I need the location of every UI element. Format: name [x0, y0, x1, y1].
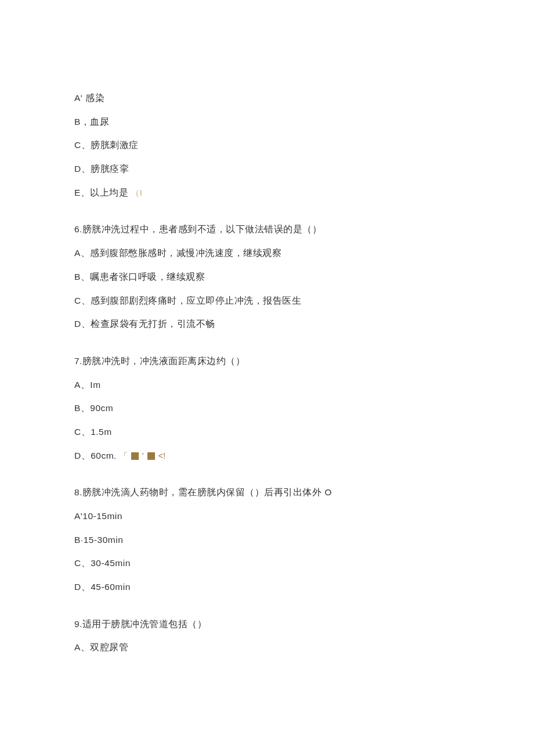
- accent-text: 「: [120, 451, 128, 460]
- q6-stem: 6.膀胱冲洗过程中，患者感到不适，以下做法错误的是（）: [74, 223, 469, 236]
- q7-option-d: D、60cm. 「 ' <!: [74, 449, 469, 462]
- text: 8.膀胱冲洗滴人药物时，需在膀胱内保留（）后再引出体外 O: [74, 487, 332, 497]
- text: C、膀胱刺激症: [74, 140, 139, 150]
- q8-option-b: B·15-30min: [74, 534, 469, 546]
- accent-text: ': [142, 451, 144, 460]
- q9-stem: 9.适用于膀胱冲洗管道包括（）: [74, 618, 469, 631]
- q5-option-b: B，血尿: [74, 116, 469, 128]
- q5-option-c: C、膀胱刺激症: [74, 139, 469, 152]
- text: A、双腔尿管: [74, 642, 128, 652]
- text: B，血尿: [74, 117, 109, 127]
- text: A、感到腹部憋胀感时，减慢冲洗速度，继续观察: [74, 248, 282, 258]
- q7-stem: 7.膀胱冲洗时，冲洗液面距离床边约（）: [74, 355, 469, 368]
- text: D、45-60min: [74, 582, 131, 592]
- q6-option-a: A、感到腹部憋胀感时，减慢冲洗速度，继续观察: [74, 247, 469, 260]
- text: A、Im: [74, 380, 101, 390]
- accent-text: <!: [158, 451, 166, 460]
- text: 9.适用于膀胱冲洗管道包括（）: [74, 619, 207, 629]
- text: 6.膀胱冲洗过程中，患者感到不适，以下做法错误的是（）: [74, 224, 322, 234]
- q7-option-c: C、1.5m: [74, 426, 469, 438]
- text: D、检查尿袋有无打折，引流不畅: [74, 319, 215, 329]
- redacted-box-icon: [131, 452, 139, 460]
- redacted-box-icon: [147, 452, 155, 460]
- q7-option-a: A、Im: [74, 379, 469, 391]
- q6-option-b: B、嘱患者张口呼吸，继续观察: [74, 271, 469, 283]
- text: A' 感染: [74, 93, 104, 103]
- q8-option-c: C、30-45min: [74, 557, 469, 570]
- text: C、30-45min: [74, 558, 131, 568]
- accent-bracket: （I: [131, 188, 142, 197]
- q9-option-a: A、双腔尿管: [74, 641, 469, 654]
- q5-option-a: A' 感染: [74, 92, 469, 105]
- text: C、感到腹部剧烈疼痛时，应立即停止冲洗，报告医生: [74, 296, 301, 305]
- text: B、嘱患者张口呼吸，继续观察: [74, 272, 205, 282]
- text: E、以上均是: [74, 188, 128, 197]
- text: B·15-30min: [74, 535, 123, 545]
- text: 7.膀胱冲洗时，冲洗液面距离床边约（）: [74, 356, 245, 366]
- q6-option-c: C、感到腹部剧烈疼痛时，应立即停止冲洗，报告医生: [74, 294, 469, 307]
- q8-stem: 8.膀胱冲洗滴人药物时，需在膀胱内保留（）后再引出体外 O: [74, 486, 469, 499]
- q8-option-d: D、45-60min: [74, 581, 469, 593]
- text: C、1.5m: [74, 427, 112, 437]
- text: D、60cm.: [74, 451, 117, 460]
- q6-option-d: D、检查尿袋有无打折，引流不畅: [74, 318, 469, 330]
- text: B、90cm: [74, 403, 113, 413]
- q8-option-a: A'10-15min: [74, 510, 469, 523]
- q5-option-e: E、以上均是 （I: [74, 186, 469, 199]
- q5-option-d: D、膀胱痉挛: [74, 163, 469, 175]
- q7-option-b: B、90cm: [74, 402, 469, 415]
- text: D、膀胱痉挛: [74, 164, 129, 174]
- text: A'10-15min: [74, 511, 122, 521]
